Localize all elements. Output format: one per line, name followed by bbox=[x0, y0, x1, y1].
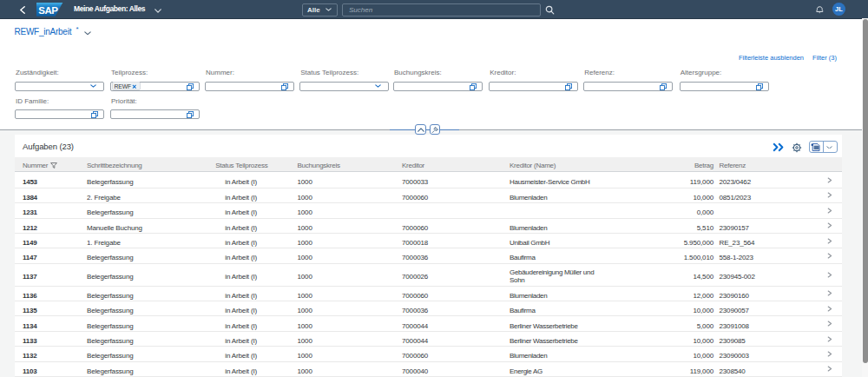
svg-text:SAP: SAP bbox=[38, 5, 58, 16]
